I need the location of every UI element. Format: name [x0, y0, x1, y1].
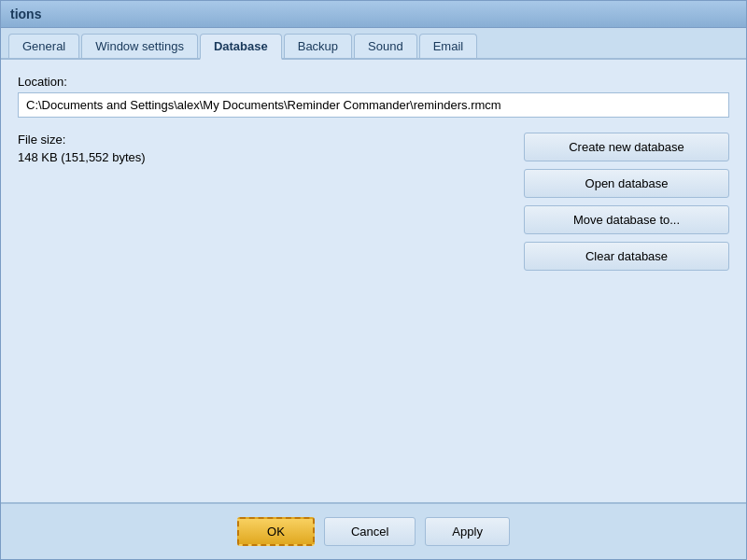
location-label: Location:: [18, 75, 729, 89]
tab-email[interactable]: Email: [419, 34, 478, 58]
apply-button[interactable]: Apply: [425, 517, 510, 546]
title-bar: tions: [1, 1, 746, 28]
tab-database[interactable]: Database: [200, 34, 282, 60]
move-database-button[interactable]: Move database to...: [524, 205, 729, 234]
file-info-left: File size: 148 KB (151,552 bytes): [18, 133, 524, 164]
tab-window-settings[interactable]: Window settings: [81, 34, 198, 58]
database-buttons: Create new database Open database Move d…: [524, 133, 729, 271]
tab-sound[interactable]: Sound: [354, 34, 417, 58]
location-input[interactable]: [18, 92, 729, 118]
create-new-database-button[interactable]: Create new database: [524, 133, 729, 161]
file-info-row: File size: 148 KB (151,552 bytes) Create…: [18, 133, 729, 271]
open-database-button[interactable]: Open database: [524, 169, 729, 198]
location-section: Location:: [18, 75, 729, 118]
tab-general[interactable]: General: [8, 34, 79, 58]
content-area: Location: File size: 148 KB (151,552 byt…: [1, 60, 746, 502]
cancel-button[interactable]: Cancel: [324, 517, 416, 546]
bottom-bar: OK Cancel Apply: [1, 502, 746, 559]
ok-button[interactable]: OK: [237, 517, 315, 546]
clear-database-button[interactable]: Clear database: [524, 242, 729, 271]
tabs-bar: General Window settings Database Backup …: [1, 28, 746, 60]
tab-backup[interactable]: Backup: [284, 34, 352, 58]
file-size-label: File size:: [18, 133, 524, 147]
file-size-value: 148 KB (151,552 bytes): [18, 150, 524, 164]
dialog-title: tions: [10, 7, 41, 21]
options-dialog: tions General Window settings Database B…: [0, 0, 747, 560]
